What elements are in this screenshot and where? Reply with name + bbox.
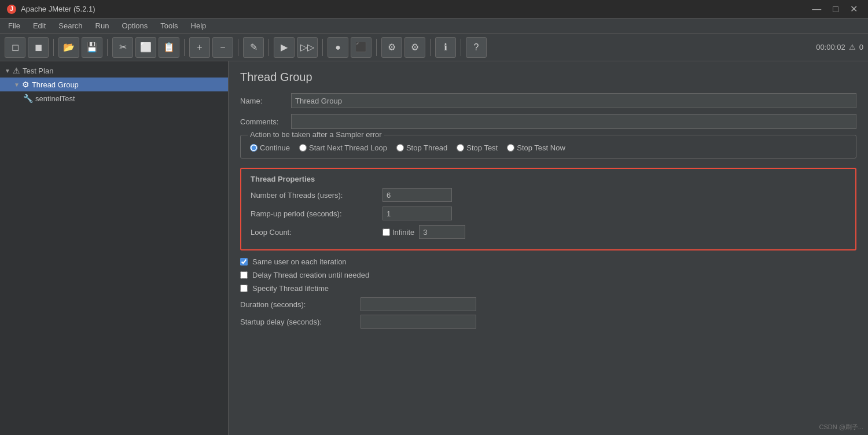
radio-stop-test[interactable] (457, 144, 464, 152)
delay-thread-row: Delay Thread creation until needed (240, 271, 856, 279)
arrow-icon: ▼ (14, 82, 20, 88)
play-toolbar-btn[interactable]: ▶ (274, 37, 295, 58)
sidebar-item-label: Thread Group (32, 80, 79, 89)
maximize-button[interactable]: □ (829, 2, 842, 16)
toolbar-separator-1 (107, 39, 108, 56)
same-user-checkbox[interactable] (240, 258, 248, 266)
delay-thread-checkbox[interactable] (240, 271, 248, 279)
toolbar-separator-5 (322, 39, 323, 56)
radio-start-next[interactable] (299, 144, 307, 152)
toolbar-separator-7 (430, 39, 431, 56)
menu-item-search[interactable]: Search (53, 20, 88, 32)
comments-input[interactable] (291, 114, 856, 129)
save-toolbar-btn[interactable]: 💾 (82, 37, 102, 58)
sidebar-item-icon: 🔧 (23, 94, 33, 103)
radio-option-stop-thread[interactable]: Stop Thread (396, 143, 447, 152)
specify-lifetime-label[interactable]: Specify Thread lifetime (252, 284, 329, 293)
sidebar-item-sentinel-test[interactable]: 🔧sentinelTest (0, 91, 228, 105)
radio-stop-test-now[interactable] (507, 144, 514, 152)
same-user-row: Same user on each iteration (240, 257, 856, 266)
infinite-label[interactable]: Infinite (392, 228, 414, 237)
remote-start-toolbar-btn[interactable]: ⚙ (381, 37, 402, 58)
paste-toolbar-btn[interactable]: 📋 (159, 37, 179, 58)
duration-input[interactable] (361, 297, 476, 311)
name-input[interactable] (291, 93, 856, 108)
same-user-label[interactable]: Same user on each iteration (252, 257, 347, 266)
radio-option-continue[interactable]: Continue (250, 143, 290, 152)
toolbar-separator-6 (376, 39, 377, 56)
thread-properties-box: Thread Properties Number of Threads (use… (240, 168, 856, 250)
startup-delay-input[interactable] (361, 315, 476, 329)
rampup-input[interactable] (382, 207, 452, 220)
threads-input[interactable] (382, 188, 452, 202)
menu-item-options[interactable]: Options (116, 20, 153, 32)
menu-item-edit[interactable]: Edit (27, 20, 52, 32)
toolbar-separator-3 (238, 39, 238, 56)
stop-now-toolbar-btn[interactable]: ⬛ (351, 37, 372, 58)
sidebar-item-label: Test Plan (23, 67, 53, 75)
title-bar: J Apache JMeter (5.2.1) — □ ✕ (0, 0, 868, 19)
specify-lifetime-checkbox[interactable] (240, 285, 248, 292)
open-toolbar-btn[interactable]: 📂 (58, 37, 79, 58)
wand-toolbar-btn[interactable]: ✎ (243, 37, 264, 58)
radio-label-stop-test-now[interactable]: Stop Test Now (517, 143, 565, 152)
menu-item-tools[interactable]: Tools (155, 20, 183, 32)
threads-label: Number of Threads (users): (251, 191, 378, 200)
action-group-title: Action to be taken after a Sampler error (248, 130, 384, 139)
copy-toolbar-btn[interactable]: ⬜ (135, 37, 156, 58)
startup-delay-label: Startup delay (seconds): (240, 318, 356, 326)
new-toolbar-btn[interactable]: ◻ (5, 37, 25, 58)
menu-bar: FileEditSearchRunOptionsToolsHelp (0, 19, 868, 34)
threads-row: Number of Threads (users): (251, 188, 846, 202)
menu-item-file[interactable]: File (2, 20, 26, 32)
menu-item-help[interactable]: Help (185, 20, 212, 32)
radio-continue[interactable] (250, 144, 258, 152)
radio-stop-thread[interactable] (396, 144, 404, 152)
radio-label-start-next[interactable]: Start Next Thread Loop (309, 143, 387, 152)
loop-count-row: Loop Count: Infinite (251, 225, 846, 239)
name-label: Name: (240, 97, 286, 105)
toolbar-separator-8 (461, 39, 461, 56)
stop-toolbar-btn[interactable]: ● (328, 37, 348, 58)
expand-toolbar-btn[interactable]: + (189, 37, 210, 58)
toolbar-separator-4 (269, 39, 269, 56)
radio-option-stop-test[interactable]: Stop Test (457, 143, 498, 152)
infinite-checkbox-group: Infinite (382, 228, 414, 237)
warning-icon: ⚠ (849, 43, 856, 51)
menu-item-run[interactable]: Run (90, 20, 115, 32)
close-button[interactable]: ✕ (847, 2, 861, 16)
comments-label: Comments: (240, 117, 286, 126)
minimize-button[interactable]: — (808, 2, 825, 16)
sidebar-item-thread-group[interactable]: ▼⚙Thread Group (0, 78, 228, 91)
template-toolbar-btn[interactable]: ◼ (28, 37, 49, 58)
radio-option-stop-test-now[interactable]: Stop Test Now (507, 143, 565, 152)
collapse-toolbar-btn[interactable]: − (212, 37, 233, 58)
radio-option-start-next[interactable]: Start Next Thread Loop (299, 143, 387, 152)
content-area: Thread Group Name: Comments: Action to b… (229, 61, 868, 435)
cut-toolbar-btn[interactable]: ✂ (112, 37, 133, 58)
delay-thread-label[interactable]: Delay Thread creation until needed (252, 271, 369, 279)
app-title: Apache JMeter (5.2.1) (21, 5, 804, 13)
window-controls: — □ ✕ (808, 2, 861, 16)
play-no-pauses-toolbar-btn[interactable]: ▷▷ (297, 37, 318, 58)
specify-lifetime-row: Specify Thread lifetime (240, 284, 856, 293)
radio-label-stop-test[interactable]: Stop Test (466, 143, 498, 152)
main-layout: ▼⚠Test Plan▼⚙Thread Group🔧sentinelTest T… (0, 61, 868, 435)
timer-value: 00:00:02 (816, 43, 845, 51)
toolbar-extra: 0 (859, 43, 863, 51)
app-icon: J (7, 5, 16, 14)
remote-stop-toolbar-btn[interactable]: ⚙ (404, 37, 425, 58)
loop-count-input[interactable] (419, 225, 465, 239)
radio-label-continue[interactable]: Continue (260, 143, 290, 152)
thread-properties-label: Thread Properties (251, 175, 846, 183)
question-toolbar-btn[interactable]: ? (466, 37, 487, 58)
toolbar: ◻◼📂💾✂⬜📋+−✎▶▷▷●⬛⚙⚙ℹ? 00:00:02 ⚠ 0 (0, 34, 868, 61)
arrow-icon: ▼ (5, 68, 10, 74)
info-toolbar-btn[interactable]: ℹ (435, 37, 456, 58)
sidebar-item-test-plan[interactable]: ▼⚠Test Plan (0, 64, 228, 78)
action-radio-group: ContinueStart Next Thread LoopStop Threa… (250, 141, 847, 152)
loop-count-label: Loop Count: (251, 228, 378, 237)
radio-label-stop-thread[interactable]: Stop Thread (406, 143, 447, 152)
sidebar-item-icon: ⚙ (22, 80, 30, 89)
infinite-checkbox[interactable] (382, 228, 390, 236)
